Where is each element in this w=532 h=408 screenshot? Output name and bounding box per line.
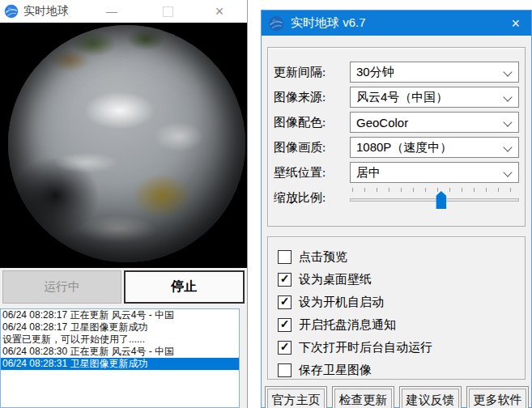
image-quality-select[interactable]: 1080P（速度中）	[350, 137, 519, 158]
setting-row-image-quality: 图像画质: 1080P（速度中）	[274, 137, 519, 158]
selected-value: GeoColor	[356, 116, 408, 130]
zoom-slider[interactable]	[350, 185, 519, 210]
checkbox-label: 点击预览	[299, 249, 347, 265]
setting-row-wallpaper-position: 壁纸位置: 居中	[274, 162, 519, 183]
footer-buttons-row: 官方主页 检查更新 建议反馈 更多软件	[265, 386, 529, 408]
checkbox-save-images[interactable]: ✓	[278, 363, 292, 377]
globe-icon	[268, 15, 284, 32]
log-list-item[interactable]: 设置已更新，可以开始使用了......	[1, 334, 239, 346]
close-icon[interactable]: ×	[209, 0, 230, 23]
wallpaper-position-select[interactable]: 居中	[350, 162, 519, 183]
chevron-down-icon	[503, 142, 512, 151]
globe-icon	[4, 4, 19, 19]
checkbox-label: 设为开机自启动	[299, 295, 384, 310]
chevron-down-icon	[503, 67, 512, 76]
check-icon: ✓	[280, 295, 290, 307]
zoom-slider-thumb[interactable]	[436, 191, 446, 209]
satellite-image-panel	[0, 23, 247, 268]
image-source-select[interactable]: 风云4号（中国）	[350, 87, 519, 108]
settings-title: 实时地球 v6.7	[291, 15, 366, 31]
checkbox-row-background-run: ✓ 下次打开时后台自动运行	[278, 336, 515, 359]
settings-window: 实时地球 v6.7 × 更新间隔: 30分钟 图像来源: 风云4号（中国） 图像…	[261, 10, 532, 408]
feedback-button[interactable]: 建议反馈	[399, 386, 462, 408]
minimize-icon[interactable]: —	[101, 0, 122, 23]
checkbox-set-wallpaper[interactable]: ✓	[278, 273, 292, 287]
slider-track[interactable]	[350, 198, 519, 202]
checkbox-row-save-images: ✓ 保存卫星图像	[278, 359, 515, 381]
check-icon: ✓	[280, 273, 290, 284]
more-software-button[interactable]: 更多软件	[466, 386, 529, 408]
checkbox-row-preview: ✓ 点击预览	[278, 245, 515, 268]
maximize-icon[interactable]	[157, 0, 178, 23]
checkbox-row-tray-notifications: ✓ 开启托盘消息通知	[278, 313, 515, 336]
log-listbox[interactable]: 06/24 08:28:17 正在更新 风云4号 - 中国 06/24 08:2…	[0, 308, 240, 408]
checkbox-tray-notifications[interactable]: ✓	[278, 318, 292, 332]
checkbox-click-preview[interactable]: ✓	[278, 250, 292, 264]
row-label: 图像来源:	[274, 90, 350, 105]
check-icon: ✓	[280, 341, 290, 352]
left-titlebar: 实时地球 — ×	[0, 0, 247, 23]
control-buttons-row: 运行中 停止	[0, 268, 247, 306]
color-scheme-select[interactable]: GeoColor	[350, 112, 519, 133]
chevron-down-icon	[503, 117, 512, 126]
row-label: 更新间隔:	[274, 65, 350, 80]
earth-preview-window: 实时地球 — × 运行中 停止 06/24 08:28:17 正在更新 风云4号…	[0, 0, 248, 408]
options-group: ✓ 点击预览 ✓ 设为桌面壁纸 ✓ 设为开机自启动 ✓ 开启托盘消息通知 ✓ 下…	[267, 236, 526, 380]
settings-titlebar: 实时地球 v6.7 ×	[262, 11, 531, 36]
image-settings-group: 更新间隔: 30分钟 图像来源: 风云4号（中国） 图像配色: GeoColor…	[267, 47, 526, 227]
stop-button[interactable]: 停止	[124, 270, 245, 304]
checkbox-background-run[interactable]: ✓	[278, 341, 292, 355]
official-homepage-button[interactable]: 官方主页	[265, 386, 327, 408]
slider-ticks	[352, 188, 518, 192]
earth-satellite-image	[8, 25, 245, 262]
setting-row-zoom-scale: 缩放比例:	[274, 187, 519, 208]
window-title: 实时地球	[23, 4, 69, 19]
close-icon[interactable]: ×	[511, 16, 520, 31]
checkbox-row-autostart: ✓ 设为开机自启动	[278, 291, 515, 313]
row-label: 图像画质:	[274, 140, 350, 155]
selected-value: 居中	[356, 165, 381, 181]
log-list-item[interactable]: 06/24 08:28:31 卫星图像更新成功	[1, 358, 239, 370]
log-list-item[interactable]: 06/24 08:28:17 卫星图像更新成功	[1, 321, 239, 334]
check-icon: ✓	[280, 318, 290, 329]
row-label: 缩放比例:	[274, 190, 350, 206]
chevron-down-icon	[503, 92, 512, 101]
running-button: 运行中	[2, 270, 121, 304]
row-label: 图像配色:	[274, 115, 350, 130]
checkbox-autostart[interactable]: ✓	[278, 295, 292, 309]
checkbox-label: 保存卫星图像	[299, 363, 372, 378]
checkbox-label: 设为桌面壁纸	[299, 272, 372, 287]
check-update-button[interactable]: 检查更新	[332, 386, 394, 408]
setting-row-update-interval: 更新间隔: 30分钟	[274, 62, 519, 83]
checkbox-label: 下次打开时后台自动运行	[299, 340, 432, 355]
setting-row-color-scheme: 图像配色: GeoColor	[274, 112, 519, 133]
chevron-down-icon	[503, 168, 512, 176]
update-interval-select[interactable]: 30分钟	[350, 62, 519, 83]
checkbox-label: 开启托盘消息通知	[299, 317, 396, 333]
checkbox-row-desktop-wallpaper: ✓ 设为桌面壁纸	[278, 268, 515, 291]
selected-value: 风云4号（中国）	[356, 90, 448, 105]
selected-value: 30分钟	[356, 65, 394, 80]
log-list-item[interactable]: 06/24 08:28:17 正在更新 风云4号 - 中国	[1, 309, 239, 321]
setting-row-image-source: 图像来源: 风云4号（中国）	[274, 87, 519, 108]
maximize-square	[163, 6, 173, 17]
row-label: 壁纸位置:	[274, 165, 350, 181]
log-list-item[interactable]: 06/24 08:28:30 正在更新 风云4号 - 中国	[1, 346, 239, 358]
selected-value: 1080P（速度中）	[356, 140, 452, 155]
